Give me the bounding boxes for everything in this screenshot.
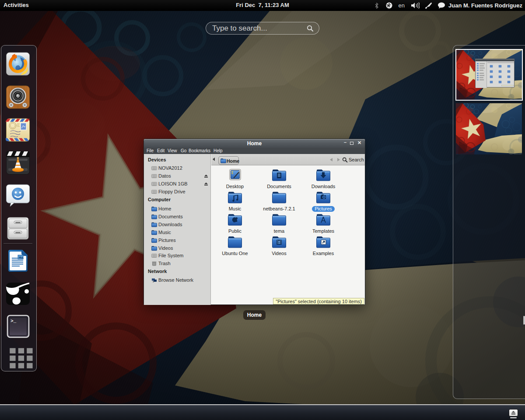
svg-text:>_: >_ [10, 318, 17, 324]
